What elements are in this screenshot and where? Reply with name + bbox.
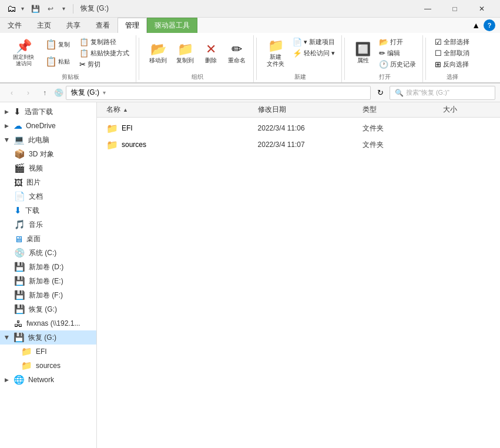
edit-btn[interactable]: ✏ 编辑 <box>376 48 419 58</box>
sidebar-item-xunlei[interactable]: ▶ ⬇ 迅雷下载 <box>0 105 96 119</box>
sidebar-item-pictures[interactable]: 🖼 图片 <box>0 175 96 189</box>
select-all-btn[interactable]: ☑ 全部选择 <box>432 36 472 47</box>
table-row[interactable]: 📁 EFI 2022/3/4 11:06 文件夹 <box>97 120 500 136</box>
cut-btn[interactable]: ✂ 剪切 <box>76 59 132 69</box>
selectnone-icon: ☐ <box>435 49 442 58</box>
address-dropdown-arrow[interactable]: ▾ <box>103 89 106 96</box>
minimize-btn[interactable]: — <box>414 0 441 18</box>
sidebar-item-drive-c[interactable]: 💿 系统 (C:) <box>0 246 96 260</box>
sidebar-item-thispc[interactable]: ▶ 💻 此电脑 <box>0 133 96 147</box>
col-name-label: 名称 <box>106 105 120 115</box>
edit-icon: ✏ <box>379 49 385 58</box>
paste-shortcut-btn[interactable]: 📋 粘贴快捷方式 <box>76 48 132 58</box>
sidebar-item-efi-sub[interactable]: 📁 EFI <box>0 345 96 359</box>
file-type-sources: 文件夹 <box>358 140 437 150</box>
sidebar-item-desktop[interactable]: 🖥 桌面 <box>0 232 96 246</box>
sidebar-item-3dobjects[interactable]: 📦 3D 对象 <box>0 147 96 161</box>
ribbon-right-controls: ▲ ? <box>472 19 500 31</box>
properties-btn[interactable]: 🔲 属性 <box>351 36 375 71</box>
sidebar-item-onedrive[interactable]: ▶ ☁ OneDrive <box>0 119 96 133</box>
sidebar-item-sources-sub[interactable]: 📁 sources <box>0 359 96 373</box>
sidebar-label-network: Network <box>28 376 54 384</box>
select-col: ☑ 全部选择 ☐ 全部取消 ⊞ 反向选择 <box>432 36 472 69</box>
new-item-btn[interactable]: 📄 ▾ 新建项目 <box>290 36 338 47</box>
open-btn[interactable]: 📂 打开 <box>376 36 419 47</box>
select-none-btn[interactable]: ☐ 全部取消 <box>432 48 472 58</box>
rename-btn[interactable]: ✏ 重命名 <box>224 36 250 71</box>
copy-to-btn[interactable]: 📁 复制到 <box>172 36 198 71</box>
tab-drivertools[interactable]: 驱动器工具 <box>147 18 197 33</box>
sidebar-item-drive-e[interactable]: 💾 新加卷 (E:) <box>0 274 96 288</box>
easy-access-btn[interactable]: ⚡ 轻松访问 ▾ <box>290 48 338 58</box>
file-date-sources: 2022/3/4 11:07 <box>253 141 355 149</box>
quick-save-btn[interactable]: 💾 <box>28 2 42 16</box>
refresh-btn[interactable]: ↻ <box>373 86 387 100</box>
sidebar-item-documents[interactable]: 📄 文档 <box>0 189 96 203</box>
address-box[interactable]: 恢复 (G:) ▾ <box>66 86 371 100</box>
move-to-btn[interactable]: 📂 移动到 <box>145 36 171 71</box>
close-btn[interactable]: ✕ <box>468 0 495 18</box>
invert-select-btn[interactable]: ⊞ 反向选择 <box>432 59 472 69</box>
up-btn[interactable]: ↑ <box>38 86 52 100</box>
sidebar-resize-handle[interactable] <box>0 102 7 432</box>
sidebar-label-fwxnas: fwxnas (\\192.1... <box>26 319 80 327</box>
sidebar-item-videos[interactable]: 🎬 视频 <box>0 161 96 175</box>
delete-btn[interactable]: ✕ 删除 <box>199 36 223 71</box>
tab-view[interactable]: 查看 <box>88 18 118 33</box>
ribbon-group-new: 📁 新建文件夹 📄 ▾ 新建项目 ⚡ 轻松访问 ▾ 新建 <box>259 35 342 82</box>
main-layout: ▶ ⬇ 迅雷下载 ▶ ☁ OneDrive ▶ 💻 此电脑 📦 3D 对象 🎬 … <box>0 102 500 448</box>
sidebar-item-downloads[interactable]: ⬇ 下载 <box>0 203 96 218</box>
file-name-efi: EFI <box>122 124 133 132</box>
pin-icon: 📌 <box>16 40 32 53</box>
tab-manage[interactable]: 管理 <box>118 18 147 33</box>
onedrive-icon: ☁ <box>14 121 22 131</box>
quick-access-dropdown[interactable]: ▾ <box>59 2 68 16</box>
drive-c-icon: 💿 <box>14 248 25 258</box>
sidebar-item-drive-g[interactable]: 💾 恢复 (G:) <box>0 302 96 316</box>
file-area: 名称 ▲ 修改日期 类型 大小 📁 EFI 2022/3/4 11:06 <box>97 102 500 448</box>
sidebar-item-drive-f[interactable]: 💾 新加卷 (F:) <box>0 288 96 302</box>
sep2 <box>256 38 257 80</box>
sidebar-item-drive-d[interactable]: 💾 新加卷 (D:) <box>0 260 96 274</box>
tab-file[interactable]: 文件 <box>0 18 29 33</box>
sidebar-item-network[interactable]: ▶ 🌐 Network <box>0 373 96 387</box>
copy-path-btn[interactable]: 📋 复制路径 <box>76 36 132 47</box>
help-btn[interactable]: ? <box>484 19 495 31</box>
tab-share[interactable]: 共享 <box>59 18 88 33</box>
clipboard-extras-col: 📋 复制路径 📋 粘贴快捷方式 ✂ 剪切 <box>76 36 132 69</box>
col-size-label: 大小 <box>443 105 457 113</box>
tab-home[interactable]: 主页 <box>29 18 59 33</box>
sidebar-label-drive-f: 新加卷 (F:) <box>29 290 63 300</box>
forward-btn[interactable]: › <box>21 86 35 100</box>
col-header-date[interactable]: 修改日期 <box>253 105 358 115</box>
sidebar-label-drive-e: 新加卷 (E:) <box>29 276 63 286</box>
window-menu-btn[interactable]: ▾ <box>18 4 27 14</box>
copy-icon: 📋 <box>45 40 57 49</box>
ribbon-collapse-btn[interactable]: ▲ <box>472 21 480 30</box>
maximize-btn[interactable]: □ <box>441 0 468 18</box>
col-header-size[interactable]: 大小 <box>438 105 495 115</box>
sidebar-label-thispc: 此电脑 <box>28 135 49 145</box>
sidebar-item-fwxnas[interactable]: 🖧 fwxnas (\\192.1... <box>0 316 96 330</box>
sidebar-item-music[interactable]: 🎵 音乐 <box>0 218 96 232</box>
file-icon-sources: 📁 <box>106 139 118 151</box>
open-icon: 📂 <box>379 38 388 46</box>
newitem-icon: 📄 <box>293 38 302 46</box>
quick-undo-btn[interactable]: ↩ <box>43 2 58 16</box>
organize-label: 组织 <box>192 71 203 81</box>
music-icon: 🎵 <box>14 219 25 230</box>
copy-btn[interactable]: 📋 复制 <box>40 36 75 53</box>
select-items: ☑ 全部选择 ☐ 全部取消 ⊞ 反向选择 <box>432 36 472 71</box>
history-btn[interactable]: 🕐 历史记录 <box>376 59 419 69</box>
paste-btn[interactable]: 📋 粘贴 <box>40 54 75 70</box>
copyto-icon: 📁 <box>177 43 193 56</box>
sidebar-label-recovery-expanded: 恢复 (G:) <box>28 333 56 343</box>
col-header-name[interactable]: 名称 ▲ <box>102 105 253 115</box>
sidebar-item-recovery-expanded[interactable]: ▶ 💾 恢复 (G:) <box>0 330 96 345</box>
col-header-type[interactable]: 类型 <box>358 105 438 115</box>
new-folder-btn[interactable]: 📁 新建文件夹 <box>263 36 288 71</box>
table-row[interactable]: 📁 sources 2022/3/4 11:07 文件夹 <box>97 136 500 153</box>
back-btn[interactable]: ‹ <box>5 86 19 100</box>
search-box[interactable]: 🔍 搜索"恢复 (G:)" <box>390 86 495 100</box>
pin-to-quick-access-btn[interactable]: 📌 固定到快速访问 <box>8 36 39 71</box>
